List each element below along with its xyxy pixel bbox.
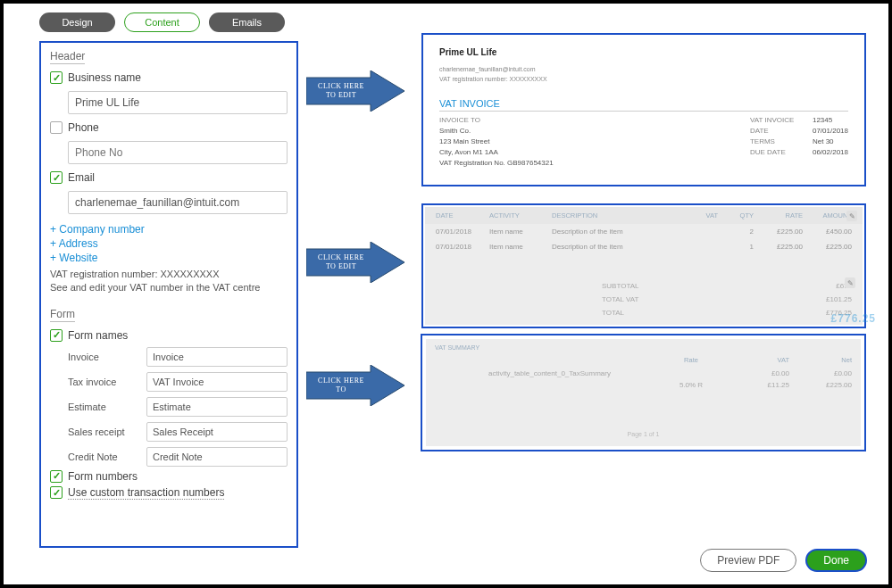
label-business-name: Business name: [68, 71, 141, 84]
link-address[interactable]: + Address: [50, 237, 288, 250]
preview-vat-summary-block[interactable]: VAT SUMMARY Rate VAT Net activity_table_…: [421, 334, 866, 451]
preview-vat-reg: VAT registration number: XXXXXXXXX: [439, 74, 848, 84]
input-email[interactable]: [68, 191, 288, 214]
preview-pdf-button[interactable]: Preview PDF: [700, 549, 796, 572]
tab-content[interactable]: Content: [124, 12, 200, 32]
done-button[interactable]: Done: [805, 549, 867, 572]
label-credit-note: Credit Note: [68, 451, 139, 462]
label-sales-receipt: Sales receipt: [68, 427, 139, 437]
pencil-icon[interactable]: ✎: [846, 211, 857, 221]
checkbox-phone[interactable]: [50, 121, 63, 134]
content-settings-panel: Header Business name Phone Email + Compa…: [39, 41, 298, 548]
vat-summary-row: 5.0% R £11.25 £225.00: [435, 379, 852, 391]
checkbox-business-name[interactable]: [50, 71, 63, 84]
preview-totals: ✎ SUBTOTAL£675 TOTAL VAT£101.25 TOTAL£77…: [602, 279, 852, 319]
input-estimate[interactable]: [146, 397, 288, 417]
checkbox-form-numbers[interactable]: [50, 470, 63, 483]
checkbox-custom-txn[interactable]: [50, 486, 63, 499]
arrow-annotation-2: CLICK HERE TO EDIT: [306, 242, 404, 283]
preview-invoice-to: INVOICE TO Smith Co. 123 Main Street Cit…: [439, 115, 554, 169]
footer-buttons: Preview PDF Done: [700, 549, 867, 572]
preview-meta: VAT INVOICE12345 DATE07/01/2018 TERMSNet…: [750, 115, 848, 169]
input-tax-invoice[interactable]: [146, 372, 288, 392]
link-company-number[interactable]: + Company number: [50, 223, 288, 236]
checkbox-email[interactable]: [50, 171, 63, 184]
input-invoice[interactable]: [146, 347, 288, 367]
vat-summary-heading: VAT SUMMARY: [435, 343, 852, 352]
preview-line-items-block[interactable]: ✎ DATE ACTIVITY DESCRIPTION VAT QTY RATE…: [421, 203, 866, 328]
table-row: 07/01/2018 Item name Description of the …: [425, 224, 863, 239]
input-business-name[interactable]: [68, 91, 288, 114]
input-sales-receipt[interactable]: [146, 422, 288, 442]
preview-doc-title: VAT INVOICE: [439, 98, 848, 112]
pencil-icon[interactable]: ✎: [845, 277, 855, 288]
section-header-title: Header: [50, 50, 85, 64]
input-credit-note[interactable]: [146, 447, 288, 467]
editor-tabs: Design Content Emails: [39, 12, 285, 32]
preview-header-block[interactable]: Prime UL Life charlenemae_faunillan@intu…: [421, 33, 866, 186]
input-phone[interactable]: [68, 141, 288, 164]
vat-summary-row: activity_table_content_0_TaxSummary £0.0…: [435, 368, 852, 379]
preview-business-name: Prime UL Life: [439, 47, 848, 57]
label-invoice: Invoice: [68, 352, 139, 362]
label-email: Email: [68, 171, 95, 184]
table-header: DATE ACTIVITY DESCRIPTION VAT QTY RATE A…: [425, 207, 863, 224]
link-website[interactable]: + Website: [50, 252, 288, 264]
label-form-numbers: Form numbers: [68, 470, 138, 483]
preview-grand-total: £776.25: [831, 312, 876, 325]
checkbox-form-names[interactable]: [50, 329, 63, 342]
label-form-names: Form names: [68, 329, 128, 342]
vat-summary-header: Rate VAT Net: [435, 352, 852, 368]
arrow-annotation-1: CLICK HERE TO EDIT: [306, 70, 404, 112]
label-custom-txn: Use custom transaction numbers: [68, 486, 224, 500]
label-estimate: Estimate: [68, 402, 139, 412]
arrow-annotation-3: CLICK HERE TO: [306, 365, 404, 406]
page-number: Page 1 of 1: [426, 431, 861, 437]
label-tax-invoice: Tax invoice: [68, 377, 139, 387]
vat-reg-text: VAT registration number: XXXXXXXXX See a…: [50, 268, 288, 295]
preview-email: charlenemae_faunillan@intuit.com: [439, 64, 848, 74]
table-row: 07/01/2018 Item name Description of the …: [425, 239, 863, 254]
tab-design[interactable]: Design: [39, 12, 115, 32]
tab-emails[interactable]: Emails: [209, 12, 285, 32]
label-phone: Phone: [68, 121, 99, 134]
section-form-title: Form: [50, 308, 75, 322]
form-names-grid: Invoice Tax invoice Estimate Sales recei…: [68, 347, 288, 467]
